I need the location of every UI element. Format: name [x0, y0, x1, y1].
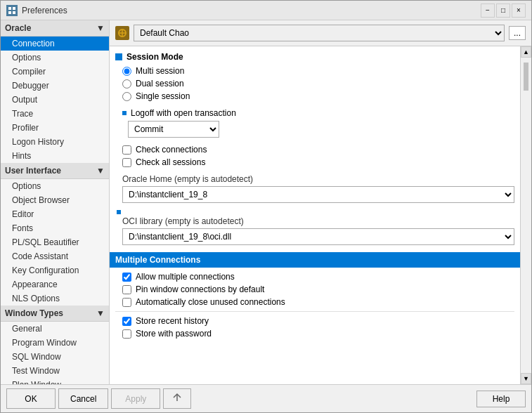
- ui-section-label: User Interface: [5, 166, 61, 176]
- extra-button[interactable]: [163, 388, 191, 409]
- sidebar-item-program-window[interactable]: Program Window: [1, 336, 109, 350]
- pin-window-label: Pin window connections by default: [136, 284, 264, 294]
- logoff-label: Logoff with open transaction: [131, 108, 236, 118]
- store-recent-checkbox[interactable]: [122, 317, 131, 326]
- allow-multiple-option[interactable]: Allow multiple connections: [115, 272, 514, 282]
- scroll-up-arrow[interactable]: ▲: [521, 46, 531, 58]
- more-button[interactable]: ...: [509, 26, 526, 40]
- sidebar-item-hints[interactable]: Hints: [1, 149, 109, 163]
- close-button[interactable]: ×: [512, 4, 526, 18]
- apply-button[interactable]: Apply: [111, 388, 160, 409]
- oracle-home-section: Oracle Home (empty is autodetect) D:\ins…: [115, 174, 514, 203]
- dual-session-label: Dual session: [136, 79, 184, 88]
- sidebar-item-code-assistant[interactable]: Code Assistant: [1, 249, 109, 263]
- sidebar-item-ui-options[interactable]: Options: [1, 179, 109, 193]
- connection-header: Default Chao ...: [110, 20, 531, 46]
- window-types-section-label: Window Types: [5, 308, 63, 318]
- sidebar: Oracle ▼ Connection Options Compiler Deb…: [1, 20, 110, 384]
- pin-window-option[interactable]: Pin window connections by default: [115, 284, 514, 294]
- oracle-home-dropdown[interactable]: D:\instantclient_19_8: [122, 186, 514, 203]
- session-mode-label: Session Mode: [126, 52, 183, 62]
- window-type-items: General Program Window SQL Window Test W…: [1, 322, 109, 384]
- sidebar-item-appearance[interactable]: Appearance: [1, 277, 109, 291]
- dual-session-option[interactable]: Dual session: [122, 79, 514, 88]
- check-all-sessions-checkbox[interactable]: [122, 158, 131, 167]
- window-types-expand-icon: ▼: [96, 308, 105, 318]
- title-bar: Preferences − □ ×: [1, 1, 531, 20]
- oracle-expand-icon: ▼: [96, 23, 105, 33]
- sidebar-item-test-window[interactable]: Test Window: [1, 364, 109, 378]
- oracle-home-label: Oracle Home (empty is autodetect): [122, 174, 514, 184]
- svg-rect-3: [13, 11, 15, 14]
- multiple-connections-label: Multiple Connections: [115, 255, 200, 265]
- ok-button[interactable]: OK: [6, 388, 56, 409]
- sidebar-item-logon-history[interactable]: Logon History: [1, 135, 109, 149]
- title-bar-left: Preferences: [6, 5, 67, 16]
- sidebar-item-debugger[interactable]: Debugger: [1, 79, 109, 93]
- dual-session-radio[interactable]: [122, 79, 131, 88]
- svg-rect-2: [8, 11, 11, 14]
- multi-session-option[interactable]: Multi session: [122, 66, 514, 76]
- settings-scroll-area: Session Mode Multi session Dual session: [110, 46, 520, 384]
- check-connections-section: Check connections Check all sessions: [115, 145, 514, 167]
- sidebar-item-trace[interactable]: Trace: [1, 107, 109, 121]
- sidebar-item-compiler[interactable]: Compiler: [1, 65, 109, 79]
- minimize-button[interactable]: −: [481, 4, 495, 18]
- separator-1: [115, 311, 514, 312]
- oci-library-dropdown[interactable]: D:\instantclient_19_8\oci.dll: [122, 228, 514, 245]
- sidebar-item-nls-options[interactable]: NLS Options: [1, 291, 109, 306]
- sidebar-section-ui[interactable]: User Interface ▼: [1, 163, 109, 179]
- store-recent-option[interactable]: Store recent history: [115, 316, 514, 326]
- commit-dropdown[interactable]: Commit: [128, 121, 219, 138]
- sidebar-item-plan-window[interactable]: Plan Window: [1, 378, 109, 384]
- ui-items: Options Object Browser Editor Fonts PL/S…: [1, 179, 109, 306]
- sidebar-item-object-browser[interactable]: Object Browser: [1, 193, 109, 207]
- session-mode-section: Session Mode Multi session Dual session: [115, 52, 514, 101]
- auto-close-option[interactable]: Automatically close unused connections: [115, 297, 514, 307]
- oracle-items: Connection Options Compiler Debugger Out…: [1, 37, 109, 163]
- sidebar-item-general[interactable]: General: [1, 322, 109, 336]
- pin-window-checkbox[interactable]: [122, 285, 131, 294]
- sidebar-item-editor[interactable]: Editor: [1, 207, 109, 221]
- auto-close-checkbox[interactable]: [122, 298, 131, 307]
- sidebar-item-connection[interactable]: Connection: [1, 37, 109, 51]
- single-session-option[interactable]: Single session: [122, 91, 514, 101]
- allow-multiple-checkbox[interactable]: [122, 273, 131, 282]
- sidebar-section-window-types[interactable]: Window Types ▼: [1, 306, 109, 322]
- cancel-button[interactable]: Cancel: [58, 388, 108, 409]
- single-session-radio[interactable]: [122, 92, 131, 101]
- connection-dropdown[interactable]: Default Chao: [134, 25, 505, 41]
- bottom-bar: OK Cancel Apply Help: [1, 384, 531, 412]
- sidebar-item-key-configuration[interactable]: Key Configuration: [1, 263, 109, 277]
- oci-library-field: OCI library (empty is autodetect) D:\ins…: [115, 216, 514, 245]
- multi-session-radio[interactable]: [122, 67, 131, 76]
- sidebar-item-fonts[interactable]: Fonts: [1, 221, 109, 235]
- sidebar-item-options[interactable]: Options: [1, 51, 109, 65]
- session-mode-radio-group: Multi session Dual session Single sessio…: [115, 66, 514, 101]
- sidebar-item-profiler[interactable]: Profiler: [1, 121, 109, 135]
- auto-close-label: Automatically close unused connections: [136, 297, 285, 307]
- help-button[interactable]: Help: [476, 391, 526, 407]
- sidebar-item-sql-window[interactable]: SQL Window: [1, 350, 109, 364]
- sidebar-item-output[interactable]: Output: [1, 93, 109, 107]
- check-all-sessions-label: Check all sessions: [136, 157, 205, 167]
- oci-library-section: OCI library (empty is autodetect) D:\ins…: [115, 210, 514, 245]
- scroll-down-arrow[interactable]: ▼: [521, 373, 531, 384]
- scroll-thumb[interactable]: [524, 63, 528, 91]
- multi-session-label: Multi session: [136, 66, 184, 76]
- check-connections-option[interactable]: Check connections: [115, 145, 514, 155]
- preferences-window: Preferences − □ × Oracle ▼ Connection Op…: [0, 0, 532, 413]
- check-all-sessions-option[interactable]: Check all sessions: [115, 157, 514, 167]
- store-password-checkbox[interactable]: [122, 329, 131, 339]
- store-password-label: Store with password: [136, 329, 212, 339]
- multiple-connections-header[interactable]: Multiple Connections: [110, 252, 520, 268]
- sidebar-section-oracle[interactable]: Oracle ▼: [1, 20, 109, 37]
- session-mode-header: Session Mode: [115, 52, 514, 62]
- check-connections-checkbox[interactable]: [122, 145, 131, 155]
- session-mode-indicator: [115, 53, 122, 60]
- store-password-option[interactable]: Store with password: [115, 329, 514, 339]
- maximize-button[interactable]: □: [496, 4, 510, 18]
- sidebar-item-plsql-beautifier[interactable]: PL/SQL Beautifier: [1, 235, 109, 249]
- right-scrollbar[interactable]: ▲ ▼: [520, 46, 531, 384]
- ui-expand-icon: ▼: [96, 166, 105, 176]
